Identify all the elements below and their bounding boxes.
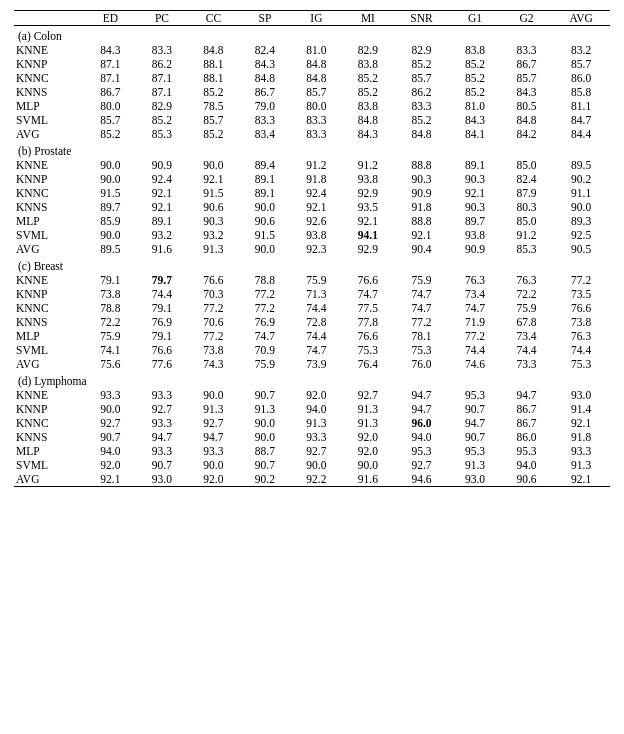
row-label: AVG (14, 127, 85, 141)
cell-value: 76.6 (342, 273, 394, 287)
cell-value: 90.7 (449, 402, 501, 416)
cell-value: 74.3 (188, 357, 240, 371)
cell-value: 92.5 (552, 228, 610, 242)
cell-value: 90.7 (239, 458, 291, 472)
cell-value: 91.8 (394, 200, 450, 214)
cell-value: 80.0 (291, 99, 343, 113)
cell-value: 80.3 (501, 200, 553, 214)
cell-value: 86.7 (501, 402, 553, 416)
cell-value: 92.9 (342, 242, 394, 256)
cell-value: 93.3 (136, 444, 188, 458)
cell-value: 75.9 (291, 273, 343, 287)
cell-value: 90.3 (449, 200, 501, 214)
section-header-prostate: (b) Prostate (14, 141, 610, 158)
cell-value: 76.3 (501, 273, 553, 287)
cell-value: 95.3 (449, 388, 501, 402)
table-row: KNNP90.092.492.189.191.893.890.390.382.4… (14, 172, 610, 186)
cell-value: 83.8 (449, 43, 501, 57)
cell-value: 94.7 (501, 388, 553, 402)
cell-value: 83.3 (291, 113, 343, 127)
row-label: KNNC (14, 71, 85, 85)
cell-value: 90.3 (449, 172, 501, 186)
cell-value: 83.3 (501, 43, 553, 57)
cell-value: 73.4 (449, 287, 501, 301)
cell-value: 85.0 (501, 214, 553, 228)
cell-value: 92.7 (394, 458, 450, 472)
cell-value: 80.5 (501, 99, 553, 113)
cell-value: 90.0 (85, 402, 137, 416)
cell-value: 88.1 (188, 71, 240, 85)
cell-value: 77.6 (136, 357, 188, 371)
cell-value: 72.2 (501, 287, 553, 301)
cell-value: 76.9 (239, 315, 291, 329)
cell-value: 90.0 (85, 172, 137, 186)
section-header-lymphoma: (d) Lymphoma (14, 371, 610, 388)
section-label-breast: (c) Breast (14, 256, 610, 273)
cell-value: 84.8 (188, 43, 240, 57)
cell-value: 85.2 (449, 57, 501, 71)
col-header-g2: G2 (501, 11, 553, 26)
cell-value: 89.5 (85, 242, 137, 256)
cell-value: 91.3 (291, 416, 343, 430)
cell-value: 81.0 (291, 43, 343, 57)
cell-value: 74.7 (449, 301, 501, 315)
col-header-pc: PC (136, 11, 188, 26)
cell-value: 92.1 (136, 186, 188, 200)
table-row: KNNP90.092.791.391.394.091.394.790.786.7… (14, 402, 610, 416)
cell-value: 95.3 (449, 444, 501, 458)
cell-value: 93.8 (449, 228, 501, 242)
cell-value: 74.4 (291, 329, 343, 343)
col-header-ed: ED (85, 11, 137, 26)
cell-value: 92.7 (342, 388, 394, 402)
cell-value: 90.2 (552, 172, 610, 186)
cell-value: 91.1 (552, 186, 610, 200)
cell-value: 80.0 (85, 99, 137, 113)
column-headers: ED PC CC SP IG MI SNR G1 G2 AVG (14, 11, 610, 26)
cell-value: 85.3 (501, 242, 553, 256)
row-label: KNNP (14, 57, 85, 71)
row-label: KNNP (14, 172, 85, 186)
cell-value: 82.4 (239, 43, 291, 57)
cell-value: 92.1 (136, 200, 188, 214)
cell-value: 77.2 (188, 301, 240, 315)
data-table: ED PC CC SP IG MI SNR G1 G2 AVG (a) Colo… (14, 10, 610, 487)
row-label: KNNE (14, 388, 85, 402)
cell-value: 85.2 (342, 71, 394, 85)
cell-value: 85.8 (552, 85, 610, 99)
cell-value: 88.8 (394, 158, 450, 172)
cell-value: 91.3 (188, 242, 240, 256)
row-label: KNNS (14, 85, 85, 99)
cell-value: 70.6 (188, 315, 240, 329)
cell-value: 84.8 (239, 71, 291, 85)
cell-value: 94.0 (85, 444, 137, 458)
cell-value: 83.8 (342, 57, 394, 71)
cell-value: 85.7 (188, 113, 240, 127)
cell-value: 94.7 (188, 430, 240, 444)
cell-value: 94.7 (136, 430, 188, 444)
table-row: AVG75.677.674.375.973.976.476.074.673.37… (14, 357, 610, 371)
row-label: KNNS (14, 430, 85, 444)
row-label: KNNE (14, 43, 85, 57)
cell-value: 92.1 (449, 186, 501, 200)
cell-value: 93.3 (136, 388, 188, 402)
row-label: AVG (14, 472, 85, 487)
cell-value: 90.7 (239, 388, 291, 402)
cell-value: 75.3 (552, 357, 610, 371)
cell-value: 92.3 (291, 242, 343, 256)
cell-value: 90.0 (188, 458, 240, 472)
cell-value: 91.5 (239, 228, 291, 242)
cell-value: 78.8 (239, 273, 291, 287)
row-label: KNNC (14, 416, 85, 430)
cell-value: 84.8 (342, 113, 394, 127)
cell-value: 91.2 (342, 158, 394, 172)
cell-value: 82.9 (342, 43, 394, 57)
cell-value: 83.3 (136, 43, 188, 57)
cell-value: 76.6 (136, 343, 188, 357)
cell-value: 77.5 (342, 301, 394, 315)
cell-value: 92.1 (291, 200, 343, 214)
cell-value: 83.8 (342, 99, 394, 113)
cell-value: 91.3 (188, 402, 240, 416)
col-header-mi: MI (342, 11, 394, 26)
cell-value: 92.2 (291, 472, 343, 487)
cell-value: 85.3 (136, 127, 188, 141)
